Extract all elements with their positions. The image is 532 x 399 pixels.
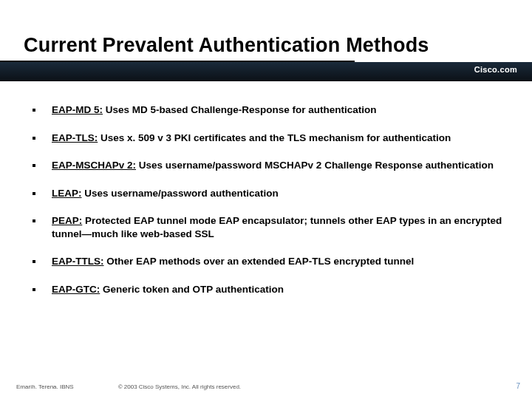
bullet-icon (33, 192, 35, 195)
list-item: EAP-TTLS: Other EAP methods over an exte… (33, 255, 511, 268)
list-item: EAP-MSCHAPv 2: Uses username/password MS… (33, 159, 511, 172)
list-item: PEAP: Protected EAP tunnel mode EAP enca… (33, 214, 511, 240)
bullet-icon (33, 288, 35, 291)
footer: Emaríh. Terena. IBNS © 2003 Cisco System… (16, 382, 520, 390)
bullet-text: EAP-TTLS: Other EAP methods over an exte… (52, 255, 414, 268)
bullet-rest: Uses MD 5-based Challenge-Response for a… (103, 104, 377, 115)
bullet-rest: Uses x. 509 v 3 PKI certificates and the… (98, 132, 451, 143)
bullet-text: EAP-MD 5: Uses MD 5-based Challenge-Resp… (52, 103, 377, 117)
bullet-text: PEAP: Protected EAP tunnel mode EAP enca… (52, 214, 511, 240)
bullet-icon (33, 164, 35, 167)
bullet-rest: Uses username/password MSCHAPv 2 Challen… (136, 160, 494, 171)
bullet-rest: Uses username/password authentication (82, 188, 279, 199)
list-item: LEAP: Uses username/password authenticat… (33, 187, 511, 200)
page-number: 7 (516, 382, 520, 390)
bullet-term: EAP-TLS: (52, 132, 98, 143)
bullet-rest: Other EAP methods over an extended EAP-T… (104, 256, 415, 267)
bullet-text: LEAP: Uses username/password authenticat… (52, 187, 279, 200)
bullet-term: PEAP: (52, 215, 82, 226)
list-item: EAP-TLS: Uses x. 509 v 3 PKI certificate… (33, 132, 511, 145)
bullet-icon (33, 137, 35, 140)
bullet-term: EAP-MD 5: (52, 104, 103, 115)
bullet-icon (33, 109, 35, 112)
bullet-rest: Protected EAP tunnel mode EAP encapsulat… (52, 215, 502, 239)
slide: Current Prevalent Authentication Methods… (0, 0, 532, 399)
bullet-icon (33, 260, 35, 263)
bullet-term: EAP-MSCHAPv 2: (52, 160, 136, 171)
bullet-rest: Generic token and OTP authentication (100, 284, 284, 295)
bullet-text: EAP-GTC: Generic token and OTP authentic… (52, 283, 284, 296)
footer-left: Emaríh. Terena. IBNS (16, 383, 74, 390)
bullet-term: EAP-TTLS: (52, 256, 104, 267)
bullet-text: EAP-TLS: Uses x. 509 v 3 PKI certificate… (52, 132, 451, 145)
content-area: EAP-MD 5: Uses MD 5-based Challenge-Resp… (33, 103, 511, 310)
brand-label: Cisco.com (474, 65, 517, 74)
bullet-term: LEAP: (52, 188, 82, 199)
bullet-text: EAP-MSCHAPv 2: Uses username/password MS… (52, 159, 494, 172)
accent-bar (0, 62, 532, 81)
list-item: EAP-GTC: Generic token and OTP authentic… (33, 283, 511, 296)
list-item: EAP-MD 5: Uses MD 5-based Challenge-Resp… (33, 103, 511, 117)
footer-copyright: © 2003 Cisco Systems, Inc. All rights re… (74, 383, 516, 390)
bullet-icon (33, 219, 35, 222)
page-title: Current Prevalent Authentication Methods (24, 34, 429, 57)
bullet-term: EAP-GTC: (52, 284, 100, 295)
